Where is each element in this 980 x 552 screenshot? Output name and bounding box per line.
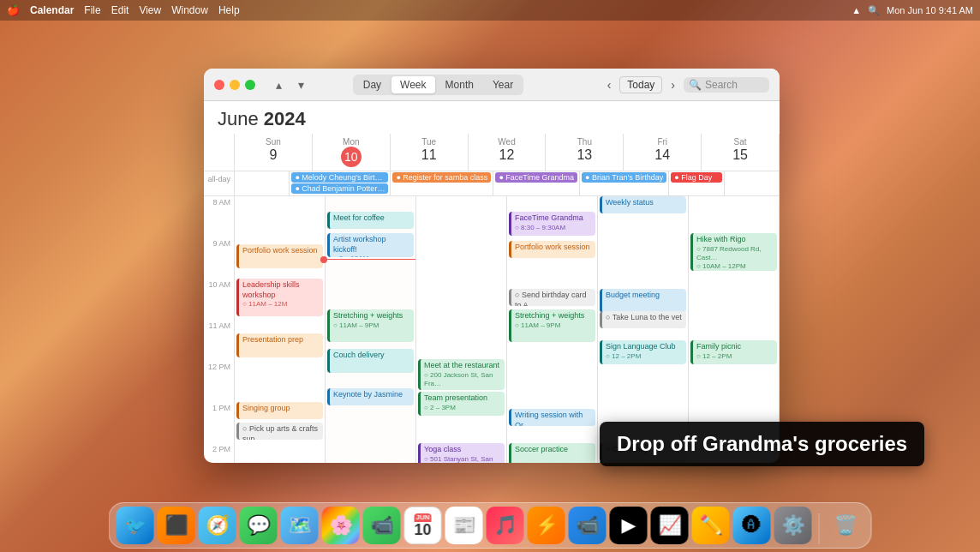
dock-shortcuts[interactable]: ⚡ [528, 507, 565, 544]
dock-calendar[interactable]: JUN10 [404, 507, 442, 544]
allday-event-facetime-grandma[interactable]: ● FaceTime Grandma [495, 172, 577, 183]
event-yoga[interactable]: Yoga class ○ 501 Stanyan St, San Fro… ○ … [418, 443, 505, 463]
event-singing-group[interactable]: Singing group [236, 402, 323, 419]
time-9am: 9 AM [204, 237, 234, 279]
menu-file[interactable]: File [84, 4, 100, 16]
day-header-thu: Thu 13 [546, 134, 624, 171]
event-team-presentation[interactable]: Team presentation ○ 2 – 3PM [418, 392, 505, 416]
today-button[interactable]: Today [619, 76, 662, 93]
search-box[interactable]: 🔍 Search [684, 77, 769, 93]
back-nav-button[interactable]: ‹ [602, 76, 617, 93]
event-budget[interactable]: Budget meeting [600, 289, 686, 313]
event-sign-language[interactable]: Sign Language Club ○ 12 – 2PM [600, 340, 686, 364]
allday-event-flagday[interactable]: ● Flag Day [671, 172, 721, 183]
event-family-picnic[interactable]: Family picnic ○ 12 – 2PM [690, 340, 777, 364]
datetime: Mon Jun 10 9:41 AM [887, 5, 973, 15]
tab-week[interactable]: Week [391, 76, 434, 93]
menu-help[interactable]: Help [218, 4, 240, 16]
dock-safari[interactable]: 🧭 [199, 507, 236, 544]
event-couch-delivery[interactable]: Couch delivery [327, 349, 414, 373]
event-soccer[interactable]: Soccer practice [509, 443, 595, 463]
tab-year[interactable]: Year [484, 76, 522, 93]
search-menubar-icon: 🔍 [868, 5, 880, 16]
menu-view[interactable]: View [139, 4, 161, 16]
time-11am: 11 AM [204, 320, 234, 361]
event-portfolio-sun[interactable]: Portfolio work session [236, 244, 323, 268]
event-stretching-wed[interactable]: Stretching + weights ○ 11AM – 9PM [509, 309, 595, 342]
menubar-left: 🍎 Calendar File Edit View Window Help [7, 4, 240, 16]
calendar-window: ▴ ▾ Day Week Month Year ‹ Today › 🔍 Sear… [204, 69, 780, 463]
dock-appstore[interactable]: 🅐 [733, 507, 771, 544]
prev-btn[interactable]: ▴ [269, 75, 288, 94]
dock-stocks[interactable]: 📈 [651, 507, 689, 544]
close-button[interactable] [214, 80, 224, 90]
forward-nav-button[interactable]: › [666, 76, 680, 93]
tab-month[interactable]: Month [437, 76, 482, 93]
tab-day[interactable]: Day [355, 76, 390, 93]
allday-event-samba[interactable]: ● Register for samba class [392, 172, 491, 183]
event-portfolio-wed[interactable]: Portfolio work session [509, 241, 595, 258]
menubar: 🍎 Calendar File Edit View Window Help ▲ … [0, 0, 980, 21]
minimize-button[interactable] [230, 80, 240, 90]
time-1pm: 1 PM [204, 402, 234, 443]
dock-launchpad[interactable]: ⬛ [158, 507, 195, 544]
allday-col-sat [725, 171, 780, 195]
dock-zoom[interactable]: 📹 [569, 507, 607, 544]
dock-maps[interactable]: 🗺️ [281, 507, 319, 544]
dock-photos[interactable]: 🌸 [322, 507, 360, 544]
dock-divider [819, 513, 820, 544]
dock-appletv[interactable]: ▶ [610, 507, 648, 544]
app-menu-calendar[interactable]: Calendar [30, 4, 74, 16]
allday-col-wed: ● FaceTime Grandma [493, 171, 580, 195]
allday-col-thu: ● Brian Tran's Birthday [580, 171, 669, 195]
event-stretching-mon[interactable]: Stretching + weights ○ 11AM – 9PM [327, 309, 414, 342]
day-header-sat: Sat 15 [702, 134, 780, 171]
menu-edit[interactable]: Edit [111, 4, 129, 16]
dock: 🐦 ⬛ 🧭 💬 🗺️ 🌸 📹 JUN10 📰 🎵 ⚡ 📹 ▶ 📈 ✏️ 🅐 [109, 502, 872, 549]
allday-event-melody[interactable]: ● Melody Cheung's Birt… [291, 172, 388, 183]
event-artist-workshop[interactable]: Artist workshop kickoff! ○ 9 – 10AM [327, 233, 414, 257]
allday-event-chad[interactable]: ● Chad Benjamin Potter… [291, 183, 388, 194]
dock-music[interactable]: 🎵 [487, 507, 524, 544]
dock-news[interactable]: 📰 [445, 507, 483, 544]
event-hike[interactable]: Hike with Rigo ○ 7887 Redwood Rd, Cast… … [690, 233, 777, 271]
dock-sketch[interactable]: ✏️ [692, 507, 730, 544]
allday-event-brian[interactable]: ● Brian Tran's Birthday [582, 172, 666, 183]
time-2pm: 2 PM [204, 443, 234, 463]
traffic-lights [214, 80, 255, 90]
next-btn[interactable]: ▾ [291, 75, 310, 94]
dock-finder[interactable]: 🐦 [117, 507, 154, 544]
event-coffee[interactable]: Meet for coffee [327, 212, 414, 229]
allday-col-fri: ● Flag Day [669, 171, 724, 195]
event-keynote[interactable]: Keynote by Jasmine [327, 388, 414, 405]
day-headers: Sun 9 Mon 10 Tue 11 Wed 12 Thu 13 Fri 14 [204, 134, 780, 171]
year-name: 2024 [264, 108, 306, 130]
apple-menu[interactable]: 🍎 [7, 4, 20, 16]
titlebar-controls: ▴ ▾ [269, 75, 310, 94]
day-header-tue: Tue 11 [391, 134, 469, 171]
event-writing-session[interactable]: Writing session with Or… [509, 409, 595, 426]
col-mon: Meet for coffee Artist workshop kickoff!… [326, 196, 416, 463]
col-wed: FaceTime Grandma ○ 8:30 – 9:30AM Portfol… [507, 196, 598, 463]
nav-controls: ‹ Today › 🔍 Search [602, 76, 769, 93]
header-spacer [204, 134, 235, 171]
dock-systemprefs[interactable]: ⚙️ [774, 507, 812, 544]
day-header-mon: Mon 10 [313, 134, 391, 171]
dock-messages[interactable]: 💬 [240, 507, 278, 544]
tooltip-text: Drop off Grandma's groceries [617, 432, 907, 455]
dock-trash[interactable]: 🗑️ [827, 507, 864, 544]
allday-col-sun [235, 171, 290, 195]
event-birthday-card[interactable]: ○ Send birthday card to A… [509, 289, 595, 306]
wifi-icon: ▲ [852, 5, 861, 15]
event-presentation-prep[interactable]: Presentation prep [236, 333, 323, 357]
event-pickup-arts[interactable]: ○ Pick up arts & crafts sup… [236, 423, 323, 440]
dock-facetime[interactable]: 📹 [363, 507, 401, 544]
event-leadership[interactable]: Leadership skills workshop ○ 11AM – 12M [236, 279, 323, 316]
event-weekly-status[interactable]: Weekly status [600, 196, 686, 213]
fullscreen-button[interactable] [245, 80, 255, 90]
menu-window[interactable]: Window [171, 4, 208, 16]
event-vet[interactable]: ○ Take Luna to the vet [600, 311, 686, 328]
event-restaurant[interactable]: Meet at the restaurant ○ 200 Jackson St,… [418, 359, 505, 390]
allday-row: all-day ● Melody Cheung's Birt… ● Chad B… [204, 171, 780, 196]
event-facetime-wed[interactable]: FaceTime Grandma ○ 8:30 – 9:30AM [509, 212, 595, 236]
